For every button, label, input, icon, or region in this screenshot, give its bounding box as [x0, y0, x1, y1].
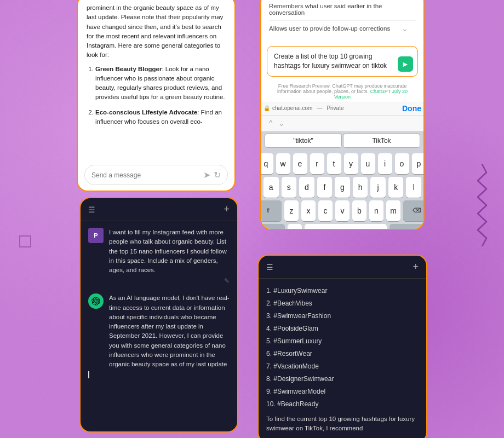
card1-list: Green Beauty Blogger: Look for a nano in… — [87, 65, 226, 127]
limitation-item-2: Allows user to provide follow-up correct… — [269, 21, 416, 36]
chatgpt-footer: Free Research Preview. ChatGPT may produ… — [261, 81, 423, 102]
key-z[interactable]: z — [284, 200, 299, 221]
card-dark-chat: ☰ + P I want to fill my Instagram feed w… — [79, 197, 238, 433]
list-item-2: Eco-conscious Lifestyle Advocate: Find a… — [95, 108, 226, 127]
keyboard-suggestions: "tiktok" TikTok — [261, 131, 423, 150]
card-chatgpt-keyboard: Remembers what user said earlier in the … — [260, 0, 425, 230]
keyboard-row-2: a s d f g h j k l — [264, 177, 421, 198]
hashtag-4: 4. #PoolsideGlam — [266, 322, 419, 335]
refresh-icon[interactable]: ↻ — [214, 170, 221, 180]
key-x[interactable]: x — [301, 200, 316, 221]
menu-icon-4[interactable]: ☰ — [266, 263, 273, 272]
limitation2-text: Allows user to provide follow-up correct… — [269, 25, 390, 32]
ai-message: As an AI language model, I don't have re… — [88, 293, 230, 369]
hashtag-2: 2. #BeachVibes — [266, 297, 419, 309]
key-f[interactable]: f — [317, 177, 333, 198]
nav-up-icon[interactable]: ^ — [269, 119, 273, 128]
key-o[interactable]: o — [395, 153, 409, 174]
hashtag-8: 8. #DesignerSwimwear — [266, 372, 419, 385]
card4-footer: To find the current top 10 growing hasht… — [266, 414, 419, 434]
key-r[interactable]: r — [310, 153, 324, 174]
hashtag-list: 1. #LuxurySwimwear2. #BeachVibes3. #Swim… — [266, 284, 419, 410]
space-key[interactable]: space — [305, 224, 387, 230]
key-w[interactable]: w — [276, 153, 290, 174]
emoji-key[interactable]: 🙂 — [288, 224, 302, 230]
suggestion-2[interactable]: TikTok — [343, 134, 420, 148]
domain-bar: 🔒 chat.openai.com — Private Done — [261, 102, 423, 115]
suggestion-1[interactable]: "tiktok" — [265, 134, 342, 148]
numbers-key[interactable]: 123 — [260, 224, 285, 230]
domain-text: chat.openai.com — [272, 105, 312, 111]
key-s[interactable]: s — [282, 177, 297, 198]
hashtag-6: 6. #ResortWear — [266, 347, 419, 360]
zigzag-decoration — [477, 164, 488, 246]
message-input-area[interactable]: ➤ ↻ — [84, 165, 228, 185]
key-c[interactable]: c — [318, 200, 333, 221]
item1-title: Green Beauty Blogger — [95, 66, 162, 72]
hashtag-5: 5. #SummerLuxury — [266, 335, 419, 347]
key-a[interactable]: a — [264, 177, 279, 198]
card-organic-beauty-chat: prominent in the organic beauty space as… — [77, 0, 236, 192]
limitation1-text: Remembers what user said earlier in the … — [269, 3, 416, 16]
hashtag-7: 7. #VacationMode — [266, 360, 419, 372]
key-d[interactable]: d — [299, 177, 314, 198]
user-avatar: P — [88, 228, 104, 243]
limitation-item-1: Remembers what user said earlier in the … — [269, 0, 416, 21]
key-v[interactable]: v — [335, 200, 350, 221]
card-hashtag-list: ☰ + 1. #LuxurySwimwear2. #BeachVibes3. #… — [257, 255, 427, 438]
return-key[interactable]: return — [390, 224, 425, 230]
key-b[interactable]: b — [352, 200, 366, 221]
private-badge: Private — [327, 105, 343, 111]
keyboard-row-1: q w e r t y u i o p — [264, 153, 421, 174]
cursor — [88, 371, 89, 378]
keyboard-row-4: 123 🙂 space return — [264, 224, 421, 230]
done-button[interactable]: Done — [402, 104, 421, 113]
user-message: P I want to fill my Instagram feed with … — [88, 228, 230, 285]
chatgpt-send-button[interactable]: ► — [398, 56, 413, 72]
key-l[interactable]: l — [406, 177, 421, 198]
backspace-key[interactable]: ⌫ — [403, 200, 425, 221]
ai-avatar — [88, 293, 104, 309]
key-y[interactable]: y — [344, 153, 358, 174]
list-item-1: Green Beauty Blogger: Look for a nano in… — [95, 65, 226, 102]
key-n[interactable]: n — [369, 200, 383, 221]
square-decoration — [19, 235, 31, 247]
card1-content: prominent in the organic beauty space as… — [78, 0, 234, 158]
send-icon[interactable]: ➤ — [203, 170, 210, 180]
key-q[interactable]: q — [260, 153, 273, 174]
key-h[interactable]: h — [353, 177, 368, 198]
key-g[interactable]: g — [335, 177, 350, 198]
chatgpt-input-area[interactable]: Create a list of the top 10 growing hash… — [267, 46, 418, 77]
lock-icon: 🔒 — [264, 105, 270, 111]
menu-icon[interactable]: ☰ — [88, 205, 95, 214]
edit-icon[interactable]: ✎ — [224, 277, 230, 285]
chevron-down-icon: ⌄ — [402, 24, 408, 33]
keyboard: q w e r t y u i o p a s d f g h j k l ⇧ … — [261, 150, 423, 230]
key-u[interactable]: u — [361, 153, 375, 174]
card1-intro: prominent in the organic beauty space as… — [87, 3, 226, 60]
plus-icon-4[interactable]: + — [413, 261, 419, 273]
key-p[interactable]: p — [412, 153, 425, 174]
key-j[interactable]: j — [370, 177, 386, 198]
message-input[interactable] — [91, 171, 200, 179]
key-k[interactable]: k — [388, 177, 404, 198]
limitations-section: Remembers what user said earlier in the … — [261, 0, 423, 42]
keyboard-nav-bar: ^ ⌄ — [261, 115, 423, 131]
item2-title: Eco-conscious Lifestyle Advocate — [95, 109, 197, 116]
shift-key[interactable]: ⇧ — [260, 200, 282, 221]
nav-down-icon[interactable]: ⌄ — [278, 119, 285, 128]
hashtag-1: 1. #LuxurySwimwear — [266, 284, 419, 297]
card2-header: ☰ + — [81, 198, 237, 221]
card4-header: ☰ + — [259, 256, 426, 279]
card4-body: 1. #LuxurySwimwear2. #BeachVibes3. #Swim… — [259, 279, 426, 438]
hashtag-10: 10. #BeachReady — [266, 397, 419, 410]
hashtag-9: 9. #SwimwearModel — [266, 385, 419, 397]
key-e[interactable]: e — [293, 153, 307, 174]
nav-arrows: ^ ⌄ — [269, 119, 285, 128]
key-i[interactable]: i — [378, 153, 392, 174]
key-t[interactable]: t — [327, 153, 341, 174]
card2-body: P I want to fill my Instagram feed with … — [81, 221, 237, 385]
new-chat-icon[interactable]: + — [224, 204, 230, 215]
ai-msg-text: As an AI language model, I don't have re… — [109, 293, 230, 369]
key-m[interactable]: m — [386, 200, 400, 221]
